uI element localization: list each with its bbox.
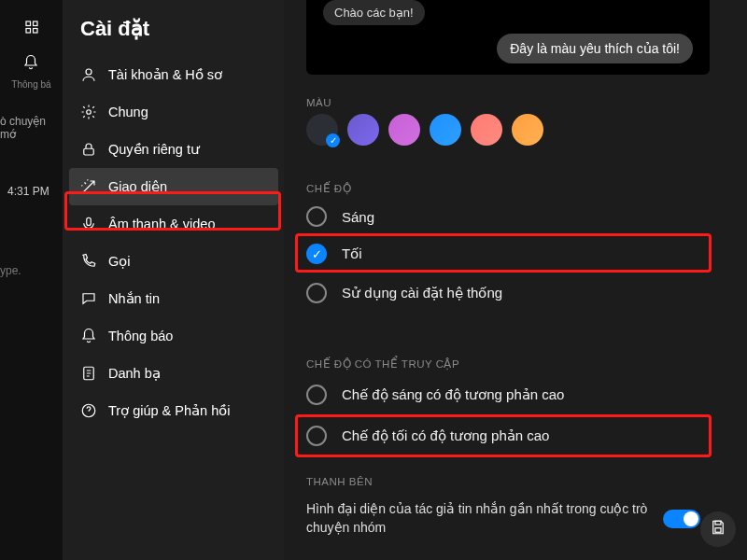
settings-item-label: Danh bạ xyxy=(108,366,161,381)
radio-icon xyxy=(306,385,327,405)
save-icon xyxy=(710,519,726,539)
svg-rect-2 xyxy=(26,29,31,34)
settings-item-general[interactable]: Chung xyxy=(63,93,284,131)
preview-bubble-outgoing: Đây là màu yêu thích của tôi! xyxy=(497,34,693,63)
wand-icon xyxy=(80,178,97,195)
left-truncated-chat: ò chuyện mớ xyxy=(0,115,63,141)
mode-label: Sáng xyxy=(342,209,374,225)
save-fab[interactable] xyxy=(700,511,736,547)
settings-item-notifications[interactable]: Thông báo xyxy=(63,317,284,355)
settings-item-contacts[interactable]: Danh bạ xyxy=(63,355,284,392)
svg-rect-6 xyxy=(84,148,94,155)
radio-icon xyxy=(306,283,327,303)
notifications-label: Thông bá xyxy=(11,79,50,90)
settings-sidebar: Cài đặt Tài khoản & Hồ sơ Chung Quyền ri… xyxy=(63,0,284,560)
gear-icon xyxy=(80,104,97,120)
app-leftbar: Thông bá xyxy=(0,0,63,560)
svg-rect-11 xyxy=(715,528,721,533)
section-label-sidebar: THANH BÊN xyxy=(306,476,373,487)
color-swatch-3[interactable] xyxy=(430,114,461,146)
contacts-icon xyxy=(80,365,97,382)
notifications-nav[interactable]: Thông bá xyxy=(11,54,50,90)
preview-bubble-incoming: Chào các bạn! xyxy=(323,0,425,25)
settings-item-privacy[interactable]: Quyền riêng tư xyxy=(63,131,284,168)
left-time: 4:31 PM xyxy=(7,185,49,198)
radio-icon xyxy=(306,206,327,227)
chat-icon xyxy=(80,290,97,307)
settings-item-audio-video[interactable]: Âm thanh & video xyxy=(63,205,284,243)
help-icon xyxy=(80,402,97,419)
settings-item-label: Trợ giúp & Phản hồi xyxy=(108,403,230,418)
color-swatch-0[interactable] xyxy=(306,114,338,146)
settings-item-appearance[interactable]: Giao diện xyxy=(69,168,278,205)
svg-rect-1 xyxy=(33,21,37,26)
settings-item-label: Gọi xyxy=(108,254,131,269)
mode-label: Tối xyxy=(342,245,362,262)
settings-item-help[interactable]: Trợ giúp & Phản hồi xyxy=(63,392,284,429)
lock-icon xyxy=(80,141,97,158)
settings-content: Chào các bạn! Đây là màu yêu thích của t… xyxy=(284,0,747,560)
settings-item-label: Giao diện xyxy=(108,179,167,194)
person-icon xyxy=(80,66,97,83)
section-label-mode: CHẾ ĐỘ xyxy=(306,182,351,195)
settings-item-calling[interactable]: Gọi xyxy=(63,243,284,280)
svg-point-5 xyxy=(87,110,92,115)
settings-item-label: Tài khoản & Hồ sơ xyxy=(108,67,222,82)
bell-icon xyxy=(22,54,39,76)
color-swatch-1[interactable] xyxy=(347,114,379,146)
section-label-color: MÀU xyxy=(306,97,331,108)
accessible-option-light-high-contrast[interactable]: Chế độ sáng có độ tương phản cao xyxy=(306,385,564,405)
color-swatch-4[interactable] xyxy=(471,114,502,146)
section-label-accessible: CHẾ ĐỘ CÓ THỂ TRUY CẬP xyxy=(306,357,459,371)
mode-label: Sử dụng cài đặt hệ thống xyxy=(342,285,502,301)
svg-rect-3 xyxy=(33,29,37,34)
sidebar-avatar-toggle[interactable] xyxy=(663,510,700,528)
settings-item-label: Chung xyxy=(108,105,148,119)
svg-rect-10 xyxy=(715,521,721,525)
color-swatch-5[interactable] xyxy=(512,114,543,146)
theme-preview: Chào các bạn! Đây là màu yêu thích của t… xyxy=(306,0,710,75)
accessible-option-dark-high-contrast[interactable]: Chế độ tối có độ tương phản cao xyxy=(306,426,549,446)
radio-icon xyxy=(306,426,327,446)
accessible-label: Chế độ sáng có độ tương phản cao xyxy=(342,386,564,403)
settings-item-label: Âm thanh & video xyxy=(108,217,215,231)
sidebar-avatar-setting-text: Hình đại diện của tác giả tin nhắn gần n… xyxy=(306,500,663,537)
settings-item-label: Thông báo xyxy=(108,329,173,343)
svg-rect-7 xyxy=(87,217,92,225)
apps-grid-icon[interactable] xyxy=(23,19,40,35)
settings-item-account[interactable]: Tài khoản & Hồ sơ xyxy=(63,56,284,93)
radio-checked-icon: ✓ xyxy=(306,244,327,264)
settings-item-label: Quyền riêng tư xyxy=(108,142,200,157)
mode-option-light[interactable]: Sáng xyxy=(306,206,374,227)
mode-option-dark[interactable]: ✓ Tối xyxy=(306,244,362,264)
settings-item-label: Nhắn tin xyxy=(108,291,160,306)
mode-option-system[interactable]: Sử dụng cài đặt hệ thống xyxy=(306,283,502,303)
color-swatch-2[interactable] xyxy=(388,114,420,146)
svg-point-4 xyxy=(86,69,92,75)
mic-icon xyxy=(80,216,97,232)
color-swatches xyxy=(306,114,543,146)
svg-rect-0 xyxy=(26,21,31,26)
bell-icon xyxy=(80,328,97,344)
left-truncated-ype: ype. xyxy=(0,264,21,277)
settings-title: Cài đặt xyxy=(63,17,284,56)
phone-icon xyxy=(80,253,97,270)
settings-item-messaging[interactable]: Nhắn tin xyxy=(63,280,284,317)
accessible-label: Chế độ tối có độ tương phản cao xyxy=(342,427,549,444)
